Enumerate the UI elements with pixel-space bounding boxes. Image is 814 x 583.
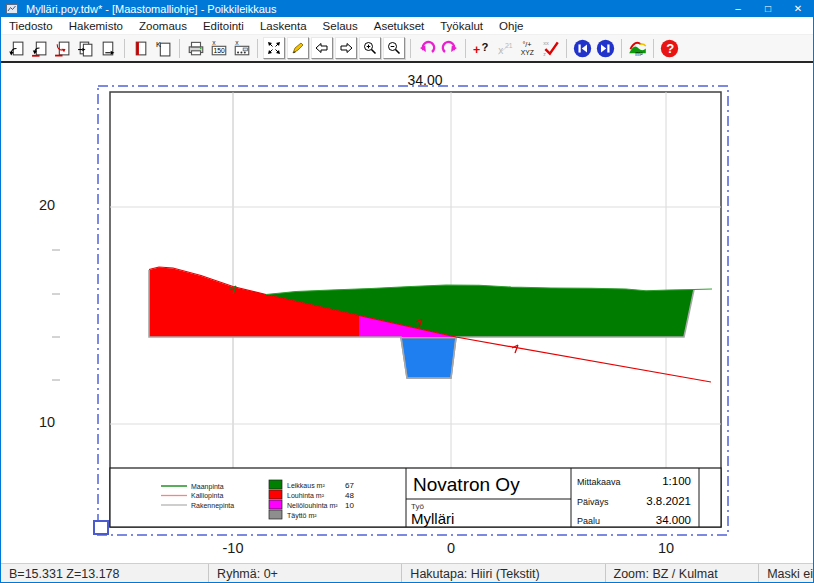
drawing-canvas[interactable]: Maanpinta Kalliopinta Rakennepinta Leikk… — [1, 63, 813, 563]
file-save-icon[interactable] — [51, 37, 74, 59]
x-axis-label-0: 0 — [447, 540, 455, 556]
toolbar-separator — [257, 39, 258, 58]
area-value: 48 — [345, 491, 354, 500]
svg-text:z: z — [543, 51, 546, 57]
menu-item-editointi[interactable]: Editointi — [195, 20, 252, 32]
svg-text:?: ? — [666, 41, 674, 56]
status-mask: Maski ei — [759, 564, 813, 583]
ditch-area — [401, 338, 456, 378]
print-icon[interactable] — [184, 37, 207, 59]
dimensions-icon[interactable]: x — [230, 37, 253, 59]
x-axis-label-10: 10 — [658, 540, 674, 556]
zoom-extents-icon[interactable] — [263, 37, 285, 59]
menu-bar: Tiedosto Hakemisto Zoomaus Editointi Las… — [1, 17, 813, 35]
svg-text:+: + — [473, 43, 480, 57]
file-save-as-icon[interactable] — [74, 37, 97, 59]
accept-check-icon[interactable]: xxz — [539, 37, 562, 59]
svg-text:x: x — [235, 39, 239, 46]
svg-text:XYZ: XYZ — [520, 49, 533, 56]
work-value: Mylläri — [411, 510, 454, 527]
undo-icon[interactable] — [415, 37, 438, 59]
toolbar-separator — [179, 39, 180, 58]
toolbar-separator — [621, 39, 622, 58]
app-window: Mylläri.poy.tdw* - [Maastomalliohje] - P… — [0, 0, 814, 583]
cross-section-view[interactable]: Maanpinta Kalliopinta Rakennepinta Leikk… — [1, 63, 814, 563]
zoom-in-icon[interactable] — [359, 37, 381, 59]
edit-pencil-icon[interactable] — [287, 37, 309, 59]
ruler-ticks — [52, 250, 60, 380]
svg-text:?: ? — [481, 41, 488, 53]
title-bar: Mylläri.poy.tdw* - [Maastomalliohje] - P… — [1, 1, 813, 17]
leikkaus-swatch — [269, 480, 282, 489]
page-copy-icon[interactable]: K — [152, 37, 175, 59]
status-zoom-mode: Zoom: BZ / Kulmat — [606, 564, 760, 583]
y-axis-label-20: 20 — [39, 197, 55, 213]
menu-item-hakemisto[interactable]: Hakemisto — [61, 20, 131, 32]
menu-item-ohje[interactable]: Ohje — [491, 20, 531, 32]
company-name: Novatron Oy — [413, 474, 520, 495]
taytto-swatch — [269, 510, 282, 519]
scale-value: 1:100 — [662, 475, 691, 487]
scale-label: Mittakaava — [577, 477, 621, 487]
area-value: 67 — [345, 481, 354, 490]
area-label: Täyttö m² — [287, 512, 317, 520]
help-icon[interactable]: ? — [658, 37, 681, 59]
page-preview-icon[interactable] — [129, 37, 152, 59]
toolbar-separator — [465, 39, 466, 58]
toolbar-separator — [124, 39, 125, 58]
prev-section-icon[interactable] — [571, 37, 594, 59]
louhinta-swatch — [269, 490, 282, 499]
svg-text:m²: m² — [635, 50, 643, 57]
menu-item-tyokalut[interactable]: Työkalut — [432, 20, 491, 32]
selection-handle[interactable] — [94, 521, 108, 534]
svg-text:xx: xx — [543, 40, 549, 46]
file-next-icon[interactable] — [97, 37, 120, 59]
file-prev-icon[interactable] — [5, 37, 28, 59]
date-label: Päiväys — [577, 497, 609, 507]
legend-label: Kalliopinta — [191, 492, 223, 500]
area-value: 10 — [345, 501, 354, 510]
svg-text:150: 150 — [213, 47, 225, 54]
xyz-plus-icon[interactable]: °/+XYZ — [516, 37, 539, 59]
next-section-icon[interactable] — [594, 37, 617, 59]
superscript-21-icon[interactable]: x21 — [493, 37, 516, 59]
file-open-icon[interactable] — [28, 37, 51, 59]
legend-label: Rakennepinta — [191, 502, 234, 510]
line-legend: Maanpinta Kalliopinta Rakennepinta — [161, 483, 234, 510]
neliolouhinta-swatch — [269, 500, 282, 509]
minimize-button[interactable]: – — [723, 1, 753, 17]
window-title: Mylläri.poy.tdw* - [Maastomalliohje] - P… — [26, 3, 723, 15]
add-query-point-icon[interactable]: +? — [470, 37, 493, 59]
toolbar-separator — [410, 39, 411, 58]
toolbar: K x150 x +? x21 °/+XYZ xxz m² ? — [1, 35, 813, 63]
x-axis-label-m10: -10 — [223, 540, 244, 556]
menu-item-asetukset[interactable]: Asetukset — [366, 20, 433, 32]
title-block: Maanpinta Kalliopinta Rakennepinta Leikk… — [110, 468, 721, 527]
maximize-button[interactable]: □ — [753, 1, 783, 17]
svg-text:x: x — [212, 39, 216, 46]
menu-item-laskenta[interactable]: Laskenta — [252, 20, 315, 32]
svg-text:°/+: °/+ — [522, 40, 531, 49]
menu-item-selaus[interactable]: Selaus — [315, 20, 366, 32]
toolbar-separator — [566, 39, 567, 58]
date-value: 3.8.2021 — [646, 495, 691, 507]
station-value: 34.000 — [656, 514, 691, 526]
status-bar: B=15.331 Z=13.178 Ryhmä: 0+ Hakutapa: Hi… — [1, 563, 813, 583]
area-label: Louhinta m² — [287, 492, 325, 499]
zoom-out-icon[interactable] — [383, 37, 405, 59]
svg-text:K: K — [156, 40, 161, 49]
area-label: Leikkaus m² — [287, 482, 325, 489]
menu-item-zoomaus[interactable]: Zoomaus — [131, 20, 195, 32]
legend-label: Maanpinta — [191, 483, 224, 491]
scale-150-icon[interactable]: x150 — [207, 37, 230, 59]
close-button[interactable]: ✕ — [783, 1, 813, 17]
area-m2-icon[interactable]: m² — [626, 37, 649, 59]
pan-right-icon[interactable] — [335, 37, 357, 59]
area-label: Neliölouhinta m² — [287, 502, 338, 509]
station-top-label: 34.00 — [407, 72, 442, 88]
redo-icon[interactable] — [438, 37, 461, 59]
y-axis-label-10: 10 — [39, 414, 55, 430]
pan-left-icon[interactable] — [311, 37, 333, 59]
menu-item-tiedosto[interactable]: Tiedosto — [1, 20, 61, 32]
app-icon — [6, 3, 20, 15]
